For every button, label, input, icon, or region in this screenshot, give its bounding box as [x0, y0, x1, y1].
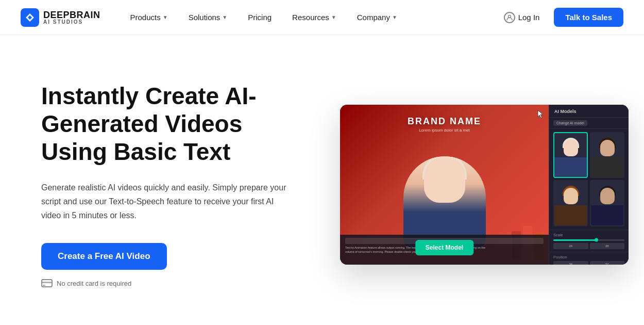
position-x-input[interactable]: 34 [553, 261, 588, 265]
nav-links: Products ▼ Solutions ▼ Pricing Resources… [121, 9, 496, 26]
hero-left: Instantly Create AI-Generated Videos Usi… [41, 82, 309, 287]
talk-to-sales-button[interactable]: Talk to Sales [554, 8, 623, 27]
sidebar-header: AI Models [549, 105, 629, 118]
app-brand-sub: Lorem ipsum dolor sit a met [408, 128, 481, 133]
model-thumb-4[interactable] [590, 180, 624, 226]
model-thumb-3[interactable] [553, 180, 588, 226]
logo-ai-studios-text: AI STUDIOS [43, 20, 100, 25]
hero-section: Instantly Create AI-Generated Videos Usi… [0, 35, 644, 324]
nav-item-solutions[interactable]: Solutions ▼ [179, 9, 237, 26]
hero-title: Instantly Create AI-Generated Videos Usi… [41, 82, 309, 166]
logo-deepbrain-text: DEEPBRAIN [43, 10, 100, 20]
select-model-button[interactable]: Select Model [415, 240, 473, 255]
app-screenshot: BRAND NAME Lorem ipsum dolor sit a met [340, 105, 629, 265]
chevron-down-icon: ▼ [222, 14, 227, 20]
svg-rect-4 [43, 285, 45, 286]
no-credit-card-notice: No credit card is required [41, 279, 309, 287]
nav-item-company[interactable]: Company ▼ [348, 9, 406, 26]
hero-right: BRAND NAME Lorem ipsum dolor sit a met [340, 105, 629, 265]
app-video-panel: BRAND NAME Lorem ipsum dolor sit a met [340, 105, 549, 265]
scale-inputs: 24 28 [553, 243, 624, 249]
login-button[interactable]: Log In [496, 8, 548, 27]
scale-slider[interactable] [553, 239, 624, 241]
app-brand-name: BRAND NAME [408, 116, 481, 127]
position-y-input[interactable]: 57 [590, 261, 625, 265]
credit-card-icon [41, 279, 53, 287]
chevron-down-icon: ▼ [392, 14, 397, 20]
model-thumb-2[interactable] [590, 132, 624, 178]
position-label: Position [553, 255, 624, 259]
nav-item-products[interactable]: Products ▼ [121, 9, 177, 26]
sidebar-controls: Change AI model [549, 118, 629, 129]
nav-item-resources[interactable]: Resources ▼ [283, 9, 346, 26]
position-inputs: 34 57 [553, 261, 624, 265]
logo[interactable]: DEEPBRAIN AI STUDIOS [21, 8, 100, 27]
nav-item-pricing[interactable]: Pricing [239, 9, 281, 26]
navbar: DEEPBRAIN AI STUDIOS Products ▼ Solution… [0, 0, 644, 35]
hero-subtitle: Generate realistic AI videos quickly and… [41, 181, 289, 223]
cursor-indicator [537, 110, 544, 119]
create-free-video-button[interactable]: Create a Free AI Video [41, 243, 167, 270]
scale-section: Scale 24 28 [549, 230, 629, 252]
scale-y-input[interactable]: 28 [590, 243, 625, 249]
scale-x-input[interactable]: 24 [553, 243, 588, 249]
select-model-btn-wrap: Select Model [415, 240, 473, 255]
change-ai-model-button[interactable]: Change AI model [553, 120, 587, 126]
app-sidebar: AI Models Change AI model [549, 105, 629, 265]
model-grid [549, 129, 629, 230]
svg-rect-3 [42, 282, 52, 283]
model-thumb-1[interactable] [553, 132, 588, 178]
scale-label: Scale [553, 233, 624, 237]
chevron-down-icon: ▼ [331, 14, 336, 20]
app-brand-overlay: BRAND NAME Lorem ipsum dolor sit a met [408, 116, 481, 133]
user-icon [504, 12, 515, 23]
nav-right: Log In Talk to Sales [496, 8, 623, 27]
position-section: Position 34 57 [549, 252, 629, 265]
chevron-down-icon: ▼ [163, 14, 168, 20]
